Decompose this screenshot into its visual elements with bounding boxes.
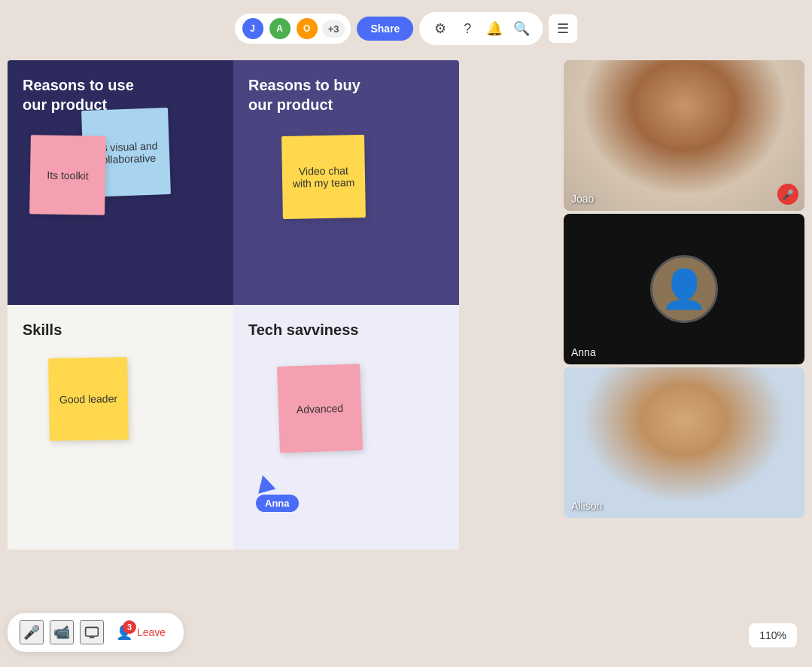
leave-label: Leave	[137, 626, 166, 638]
video-name-joao: Joao	[571, 193, 594, 205]
video-card-allison: Allison	[564, 367, 804, 518]
avatar-j: J	[241, 17, 265, 41]
participants-count-badge: 3	[123, 620, 136, 634]
cell-skills: Skills Good leader	[8, 305, 233, 550]
topbar: J A O +3 Share ⚙ ? 🔔 🔍 ☰	[235, 12, 578, 45]
video-card-joao: Joao 🎤	[564, 60, 804, 211]
cell-reasons-buy: Reasons to buyour product Video chat wit…	[233, 60, 459, 305]
search-icon[interactable]: 🔍	[509, 17, 534, 41]
leave-button[interactable]: 👤 3 Leave	[110, 621, 172, 644]
svg-rect-0	[86, 627, 99, 636]
cell-3-title: Skills	[23, 320, 218, 340]
sticky-video[interactable]: Video chat with my team	[281, 135, 366, 219]
mic-button[interactable]: 🎤	[20, 620, 44, 644]
menu-button[interactable]: ☰	[549, 14, 577, 43]
bottombar: 🎤 📹 👤 3 Leave	[8, 613, 184, 652]
sticky-leader[interactable]: Good leader	[48, 357, 129, 441]
notifications-icon[interactable]: 🔔	[482, 17, 506, 41]
video-button[interactable]: 📹	[50, 620, 74, 644]
settings-icon[interactable]: ⚙	[428, 17, 452, 41]
avatar-a: A	[268, 17, 292, 41]
video-panel: Joao 🎤 Anna Allison	[564, 60, 804, 518]
sticky-toolkit[interactable]: Its toolkit	[29, 135, 106, 215]
cell-tech: Tech savviness Advanced	[233, 305, 459, 550]
avatar-o: O	[295, 17, 319, 41]
video-name-anna: Anna	[571, 346, 596, 358]
toolbar-icons: ⚙ ? 🔔 🔍	[419, 12, 543, 45]
extra-participants-badge: +3	[322, 20, 345, 38]
help-icon[interactable]: ?	[455, 17, 479, 41]
canvas: Reasons to useour product It's visual an…	[8, 60, 459, 602]
zoom-level: 110%	[759, 629, 786, 641]
cell-2-title: Reasons to buyour product	[248, 75, 444, 114]
cursor-label: Anna	[256, 495, 299, 512]
video-card-anna: Anna	[564, 214, 804, 364]
sticky-advanced[interactable]: Advanced	[277, 364, 363, 453]
screen-share-button[interactable]	[80, 620, 104, 644]
video-name-allison: Allison	[571, 500, 602, 512]
participants-bar: J A O +3	[235, 14, 351, 44]
share-button[interactable]: Share	[357, 17, 413, 41]
cursor-arrow-icon	[254, 473, 276, 493]
cell-4-title: Tech savviness	[248, 320, 444, 340]
mute-icon-joao: 🎤	[777, 184, 798, 205]
zoom-indicator: 110%	[749, 623, 797, 647]
cell-reasons-use: Reasons to useour product It's visual an…	[8, 60, 233, 305]
cell-1-title: Reasons to useour product	[23, 75, 218, 114]
anna-cursor: Anna	[256, 475, 299, 512]
grid: Reasons to useour product It's visual an…	[8, 60, 459, 550]
anna-avatar	[650, 255, 718, 323]
